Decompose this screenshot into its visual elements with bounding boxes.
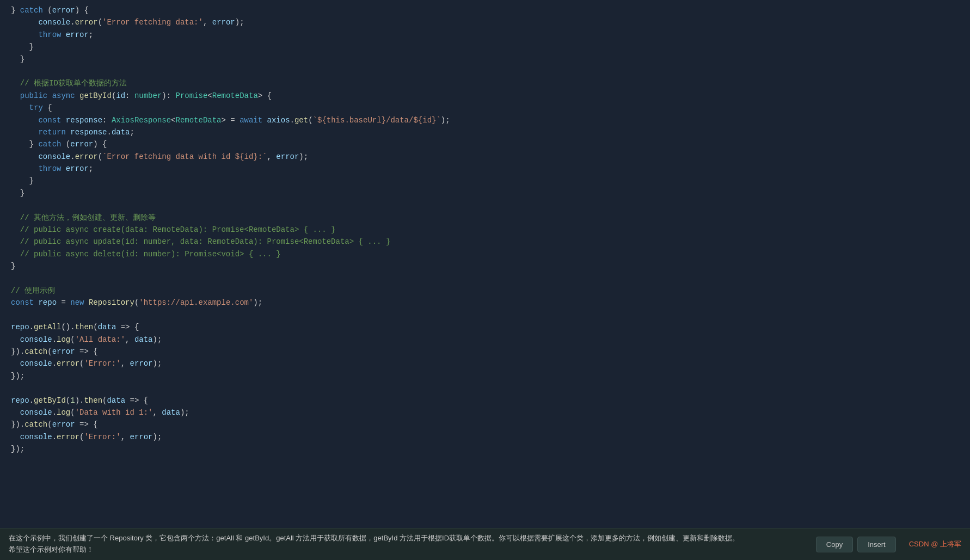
description-line1: 在这个示例中，我们创建了一个 Repository 类，它包含两个方法：getA… (9, 533, 816, 544)
bottom-actions: Copy Insert CSDN @ 上将军 (816, 537, 961, 552)
copy-button[interactable]: Copy (816, 537, 853, 552)
code-container: } catch (error) { console.error('Error f… (0, 0, 970, 528)
bottom-description: 在这个示例中，我们创建了一个 Repository 类，它包含两个方法：getA… (9, 533, 816, 556)
bottom-bar: 在这个示例中，我们创建了一个 Repository 类，它包含两个方法：getA… (0, 528, 970, 560)
insert-button[interactable]: Insert (857, 537, 896, 552)
code-block: } catch (error) { console.error('Error f… (0, 0, 970, 472)
branding-text: CSDN @ 上将军 (909, 539, 961, 549)
description-line2: 希望这个示例对你有帮助！ (9, 544, 816, 556)
